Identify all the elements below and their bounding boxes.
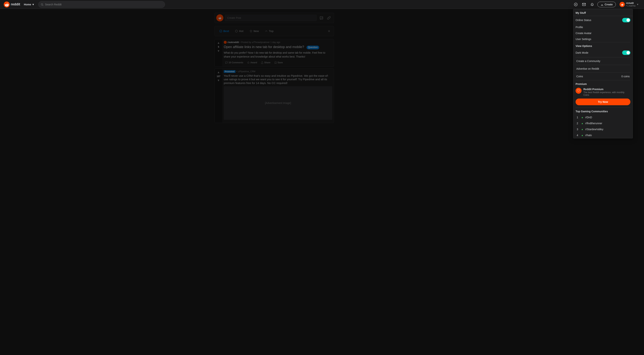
mail-button[interactable] bbox=[581, 1, 587, 7]
gaming-name: r/StardewValley bbox=[585, 128, 603, 131]
gaming-rank: 2 bbox=[576, 122, 579, 125]
gaming-communities-section: Top Gaming Communities 1 ▲ r/DnD 2 ▲ r/f… bbox=[573, 108, 633, 138]
online-status-row: Online Status bbox=[573, 16, 633, 24]
brand-name: reddit bbox=[11, 2, 20, 6]
view-options-title: View Options bbox=[573, 42, 633, 49]
search-input[interactable] bbox=[45, 3, 162, 6]
user-chevron: ▼ bbox=[636, 3, 639, 6]
gaming-trend-icon: ▲ bbox=[581, 116, 584, 119]
gaming-list: 1 ▲ r/DnD 2 ▲ r/findtherunner 3 ▲ r/Star… bbox=[573, 114, 633, 138]
gaming-name: r/findtherunner bbox=[585, 122, 602, 125]
home-label: Home bbox=[24, 3, 31, 6]
karma: • 1 karma bbox=[626, 4, 636, 7]
profile-link[interactable]: Profile bbox=[573, 24, 633, 30]
gaming-trend-icon: ▲ bbox=[581, 122, 584, 125]
upload-icon bbox=[600, 3, 604, 6]
user-info: r/chotD • 1 karma bbox=[626, 2, 636, 7]
create-button[interactable]: Create bbox=[598, 2, 616, 7]
search-icon bbox=[41, 3, 44, 6]
mystuff-section: My Stuff Online Status Profile Create Av… bbox=[573, 9, 633, 42]
dropdown-overlay[interactable] bbox=[0, 0, 644, 355]
dark-mode-row: Dark Mode bbox=[573, 49, 633, 57]
search-bar[interactable] bbox=[38, 1, 165, 8]
user-menu[interactable]: r/chotD • 1 karma ▼ bbox=[618, 1, 640, 8]
coins-row: Coins 0 coins bbox=[573, 73, 633, 80]
gaming-trend-icon: ▲ bbox=[581, 134, 584, 136]
dropdown-menu: My Stuff Online Status Profile Create Av… bbox=[573, 9, 633, 138]
online-status-label: Online Status bbox=[576, 19, 591, 21]
premium-name: Reddit Premium bbox=[584, 88, 630, 91]
create-avatar-link[interactable]: Create Avatar bbox=[573, 30, 633, 36]
mystuff-title: My Stuff bbox=[573, 9, 633, 16]
username: r/chotD bbox=[626, 2, 636, 4]
home-menu[interactable]: Home ▼ bbox=[22, 2, 36, 7]
gaming-name: r/DnD bbox=[585, 116, 592, 119]
premium-icon: 🛡 bbox=[576, 88, 582, 94]
coins-label: Coins bbox=[576, 75, 583, 78]
premium-item: 🛡 Reddit Premium The best Reddit experie… bbox=[573, 88, 633, 98]
bell-icon bbox=[590, 2, 594, 6]
user-settings-link[interactable]: User Settings bbox=[573, 36, 633, 42]
premium-desc: The best Reddit experience, with monthly… bbox=[584, 91, 630, 96]
gaming-trend-icon: ▲ bbox=[581, 128, 584, 131]
gaming-community-row[interactable]: 2 ▲ r/findtherunner bbox=[573, 120, 633, 126]
gaming-rank: 4 bbox=[576, 134, 579, 137]
header: reddit Home ▼ bbox=[0, 0, 644, 9]
advertise-link[interactable]: Advertise on Reddit bbox=[573, 65, 633, 72]
create-label: Create bbox=[605, 3, 613, 6]
premium-text: Reddit Premium The best Reddit experienc… bbox=[584, 88, 630, 96]
svg-point-1 bbox=[41, 3, 43, 5]
try-now-button[interactable]: Try Now bbox=[576, 98, 630, 105]
gaming-name: r/halo bbox=[585, 134, 592, 137]
plus-icon bbox=[574, 2, 578, 6]
svg-line-2 bbox=[42, 5, 43, 5]
create-community-link[interactable]: Create a Community bbox=[573, 57, 633, 65]
gaming-community-row[interactable]: 3 ▲ r/StardewValley bbox=[573, 126, 633, 132]
dark-toggle-slider bbox=[622, 50, 630, 55]
header-right: Create r/chotD • 1 karma ▼ bbox=[573, 1, 640, 8]
mail-icon bbox=[582, 2, 586, 6]
notifications-button[interactable] bbox=[589, 1, 595, 7]
home-chevron: ▼ bbox=[32, 3, 34, 6]
coins-value: 0 coins bbox=[622, 75, 630, 78]
gaming-community-row[interactable]: 1 ▲ r/DnD bbox=[573, 114, 633, 120]
view-options-section: View Options Dark Mode bbox=[573, 42, 633, 57]
premium-section: Premium 🛡 Reddit Premium The best Reddit… bbox=[573, 80, 633, 105]
gaming-title: Top Gaming Communities bbox=[573, 108, 633, 114]
gaming-rank: 1 bbox=[576, 116, 579, 119]
premium-title: Premium bbox=[573, 80, 633, 85]
online-status-toggle[interactable] bbox=[622, 18, 630, 22]
dark-mode-toggle[interactable] bbox=[622, 50, 630, 55]
gaming-rank: 3 bbox=[576, 128, 579, 131]
gaming-community-row[interactable]: 4 ▲ r/halo bbox=[573, 132, 633, 138]
add-icon-button[interactable] bbox=[573, 1, 579, 7]
avatar bbox=[620, 2, 625, 7]
dark-mode-label: Dark Mode bbox=[576, 51, 588, 54]
toggle-slider bbox=[622, 18, 630, 22]
logo[interactable]: reddit bbox=[4, 1, 20, 7]
